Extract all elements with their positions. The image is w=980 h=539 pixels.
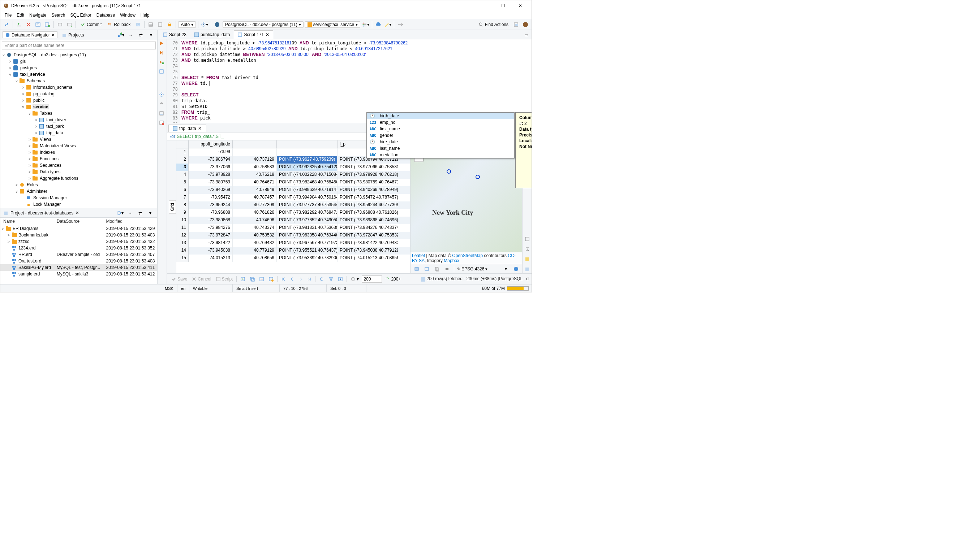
project-row[interactable]: HR.erdDBeaver Sample - orcl2019-08-15 23… (0, 251, 157, 258)
project-row[interactable]: vER Diagrams2019-08-15 23:01:53.429 (0, 225, 157, 232)
project-row[interactable]: 1234.erd2019-08-15 23:01:53.352 (0, 245, 157, 251)
table-row[interactable]: 3-73.97706640.758583POINT (-73.992325 40… (177, 163, 410, 171)
table-row[interactable]: 7-73.9547240.787457POINT (-73.994904 40.… (177, 194, 410, 201)
vtab-text[interactable]: Text (167, 201, 169, 213)
tree-lockmgr[interactable]: Lock Manager (32, 202, 61, 207)
schema-combo[interactable]: service@taxi_service ▾ (305, 21, 361, 28)
tree-table-trip[interactable]: trip_data (46, 130, 64, 135)
tree-sessionmgr[interactable]: Session Manager (32, 195, 68, 200)
table-row[interactable]: 14-73.94503840.779129POINT (-73.955521 4… (177, 247, 410, 255)
menu-file[interactable]: File (3, 12, 14, 18)
tree-aggfunc[interactable]: Aggregate functions (39, 176, 79, 181)
link-icon[interactable] (396, 21, 404, 29)
data-grid[interactable]: ppoff_longitude l_p 1-73.992-73.98679440… (177, 140, 410, 273)
grid-del-row-icon[interactable] (258, 276, 266, 282)
tree-indexes[interactable]: Indexes (39, 150, 56, 155)
project-row[interactable]: >Bookmarks.bak2019-08-15 23:01:53.403 (0, 232, 157, 238)
tree-db-taxi[interactable]: taxi_service (19, 72, 46, 77)
tab-projects[interactable]: Projects (60, 32, 86, 38)
tree-tables[interactable]: Tables (39, 111, 53, 116)
menu-search[interactable]: Search (49, 12, 67, 18)
proj-refresh-icon[interactable]: ↔ (126, 209, 134, 217)
nav-filter-input[interactable] (2, 41, 156, 49)
grid-dup-row-icon[interactable] (248, 276, 256, 282)
tree-table-driver[interactable]: taxi_driver (46, 117, 67, 122)
editor-tab[interactable]: Script-23 (159, 30, 191, 39)
new-sql-icon[interactable] (43, 21, 51, 29)
tree-administer[interactable]: Administer (26, 189, 48, 194)
tree-matviews[interactable]: Materialized Views (39, 143, 76, 148)
autocomplete-item[interactable]: 🕐hire_date (367, 139, 514, 145)
table-row[interactable]: 6-73.94026940.78949POINT (-73.989639 40.… (177, 186, 410, 194)
connect-icon[interactable] (15, 21, 23, 29)
prev-query-icon[interactable] (56, 21, 64, 29)
execute-icon[interactable] (159, 41, 165, 47)
col-dropoff-lon[interactable]: ppoff_longitude (189, 140, 233, 148)
grid-export-icon[interactable] (336, 276, 344, 282)
error-icon[interactable] (159, 120, 165, 127)
explain-icon[interactable] (159, 69, 165, 76)
grid-save-button[interactable]: Save (170, 276, 189, 282)
sql-editor-icon[interactable] (34, 21, 42, 29)
maximize-editor-icon[interactable]: ▭ (522, 31, 530, 39)
panel-ref-icon[interactable] (523, 255, 531, 263)
grid-filter-icon[interactable] (327, 276, 335, 282)
map-layers-dropdown[interactable]: ▾ (502, 265, 510, 273)
lock-icon[interactable] (165, 21, 173, 29)
autocomplete-item[interactable]: ABCmedallion (367, 152, 514, 158)
grid-cancel-button[interactable]: Cancel (190, 276, 213, 282)
grid-add-row-icon[interactable] (239, 276, 247, 282)
sb-memory[interactable]: 60M of 77M (479, 286, 531, 291)
vtab-grid[interactable]: Grid (169, 200, 176, 214)
editor-tab[interactable]: public.trip_data (191, 30, 234, 39)
sql-code[interactable]: WHERE td.pickup_longitude > -73.95475132… (180, 40, 531, 123)
perspective-icon[interactable] (512, 21, 520, 29)
settings-icon[interactable] (159, 92, 165, 98)
txn-log-icon[interactable] (147, 21, 155, 29)
disconnect-icon[interactable] (25, 21, 32, 29)
txn-history-icon[interactable] (156, 21, 164, 29)
grid-refresh-icon[interactable] (318, 276, 326, 282)
table-row[interactable]: 12-73.97284740.753532POINT (-73.963058 4… (177, 232, 410, 239)
tree-functions[interactable]: Functions (39, 156, 59, 162)
map-export-icon[interactable] (423, 265, 431, 273)
grid-config-icon[interactable]: ▾ (349, 276, 360, 282)
autocomplete-item[interactable]: 🕐birth_date (367, 113, 514, 119)
tree-schema-public[interactable]: public (32, 98, 45, 103)
map-print-icon[interactable] (443, 265, 451, 273)
autocomplete-item[interactable]: ABCgender (367, 132, 514, 139)
grid-fetch-more-button[interactable]: 200+ (383, 276, 402, 282)
panel-toggle-icon[interactable] (159, 111, 165, 117)
autocomplete-item[interactable]: ABCfirst_name (367, 126, 514, 132)
menu-help[interactable]: Help (138, 12, 152, 18)
auto-commit-combo[interactable]: Auto ▾ (178, 21, 196, 28)
list-icon[interactable]: ▾ (362, 21, 370, 29)
cloud-icon[interactable] (374, 21, 382, 29)
map-copy-icon[interactable] (433, 265, 441, 273)
table-row[interactable]: 11-73.98427640.743374POINT (-73.981331 4… (177, 224, 410, 232)
tree-roles[interactable]: Roles (26, 182, 39, 187)
tree-views[interactable]: Views (39, 137, 52, 142)
menu-sql-editor[interactable]: SQL Editor (68, 12, 93, 18)
grid-first-icon[interactable] (280, 276, 287, 282)
table-row[interactable]: 10-73.98986840.74696POINT (-73.977852 40… (177, 217, 410, 224)
map-palette-icon[interactable] (512, 265, 520, 273)
marker-icon[interactable]: ▾ (384, 21, 392, 29)
tree-schema-service[interactable]: service (32, 104, 49, 109)
history-icon[interactable]: ▾ (200, 21, 208, 29)
commit-button[interactable]: Commit (78, 21, 104, 28)
table-row[interactable]: 13-73.98142240.769432POINT (-73.967567 4… (177, 239, 410, 247)
panel-meta-icon[interactable] (523, 265, 531, 273)
grid-script-button[interactable]: Script (214, 276, 234, 282)
new-connection-icon[interactable] (3, 21, 11, 29)
tree-schemas[interactable]: Schemas (26, 78, 46, 83)
tab-database-navigator[interactable]: Database Navigator ✕ (3, 32, 57, 38)
table-row[interactable]: 8-73.95924440.777309POINT (-73.977737 40… (177, 201, 410, 209)
link-editor-icon[interactable] (159, 101, 165, 108)
tree-db-postgres[interactable]: postgres (19, 65, 38, 70)
autocomplete-item[interactable]: ABClast_name (367, 145, 514, 152)
table-row[interactable]: 15-74.01521340.708656POINT (-73.953392 4… (177, 255, 410, 262)
project-row[interactable]: Ora test.erd2019-08-15 23:01:53.408 (0, 258, 157, 264)
proj-settings-icon[interactable]: ▾ (116, 209, 124, 217)
editor-tab[interactable]: Script-171 ✕ (234, 30, 273, 39)
